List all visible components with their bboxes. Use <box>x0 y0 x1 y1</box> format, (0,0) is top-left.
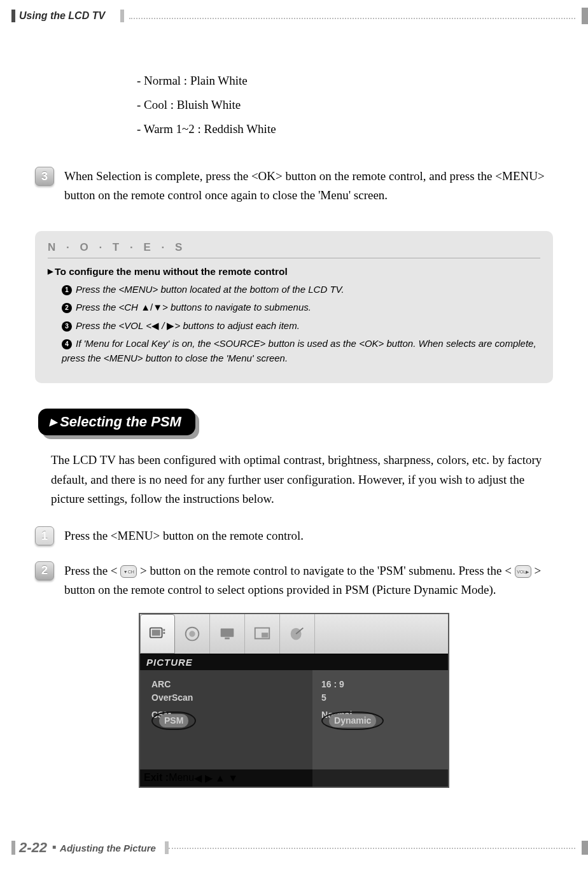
osd-tab-picture[interactable] <box>140 614 175 654</box>
step-text: Press the < ▼CH > button on the remote c… <box>64 561 563 600</box>
pip-icon <box>253 624 272 643</box>
osd-tab-setup[interactable] <box>280 614 315 654</box>
osd-footer-right <box>312 769 448 787</box>
notes-bullet-2: 2 <box>62 303 72 313</box>
header-divider <box>120 10 124 22</box>
psm-step-2: 2 Press the < ▼CH > button on the remote… <box>35 561 588 600</box>
osd-value-overscan: 5 <box>321 691 442 705</box>
section-heading-psm: Selecting the PSM <box>38 409 195 435</box>
page-number: 2-22 <box>17 839 52 856</box>
step-3: 3 When Selection is complete, press the … <box>35 167 588 206</box>
osd-menu-button[interactable]: Menu <box>169 772 194 783</box>
osd-footer: Exit : Menu ◀ ▶ ▲ ▼ <box>140 769 448 787</box>
osd-exit-label: Exit : <box>144 772 169 783</box>
notes-item-text: Press the <VOL <◀ / ▶> buttons to adjust… <box>76 320 300 331</box>
header-rightcap <box>582 8 588 24</box>
svg-rect-1 <box>151 629 160 635</box>
osd-item-overscan[interactable]: OverScan <box>151 691 306 705</box>
osd-item-psm-label: PSM <box>159 714 188 727</box>
notes-item-text: If 'Menu for Local Key' is on, the <SOUR… <box>62 338 536 363</box>
osd-screenshot: PICTURE ARC OverScan CSM PSM 16 : 9 5 No… <box>139 613 449 788</box>
header-tick <box>11 10 15 22</box>
svg-rect-2 <box>163 629 165 631</box>
notes-bullet-4: 4 <box>62 339 72 349</box>
osd-body: ARC OverScan CSM PSM 16 : 9 5 Normal Dyn… <box>140 670 448 769</box>
notes-title: To configure the menu without the remote… <box>48 266 540 277</box>
ch-nav-icon: ▼CH <box>120 565 137 578</box>
page-header: Using the LCD TV <box>0 0 588 24</box>
notes-item: 2Press the <CH ▲/▼> buttons to navigate … <box>62 300 540 315</box>
svg-rect-9 <box>262 633 268 638</box>
header-section: Using the LCD TV <box>19 10 115 22</box>
svg-point-5 <box>189 631 195 636</box>
psm-step-1: 1 Press the <MENU> button on the remote … <box>35 526 588 545</box>
header-dots <box>129 18 575 19</box>
notes-item: 3Press the <VOL <◀ / ▶> buttons to adjus… <box>62 319 540 333</box>
step-number-badge: 3 <box>35 167 54 186</box>
speaker-icon <box>183 624 202 643</box>
osd-tab-screen[interactable] <box>210 614 245 654</box>
step-text-part: > button on the remote control to naviga… <box>140 564 515 577</box>
tv-icon <box>148 624 167 643</box>
footer-section: Adjusting the Picture <box>60 843 165 853</box>
color-mode-list: - Normal : Plain White - Cool : Bluish W… <box>137 69 588 141</box>
step-text: Press the <MENU> button on the remote co… <box>64 526 304 545</box>
monitor-icon <box>218 624 237 643</box>
osd-value-arc: 16 : 9 <box>321 678 442 691</box>
notes-item-text: Press the <MENU> button located at the b… <box>76 284 344 295</box>
osd-tab-pip[interactable] <box>245 614 280 654</box>
step-number-badge: 1 <box>35 526 54 545</box>
osd-menu-labels: ARC OverScan CSM PSM <box>140 670 312 769</box>
footer-dots <box>169 848 575 849</box>
notes-item: 4If 'Menu for Local Key' is on, the <SOU… <box>62 337 540 365</box>
notes-panel: N · O · T · E · S To configure the menu … <box>35 231 553 384</box>
osd-menu-values: 16 : 9 5 Normal Dynamic <box>312 670 448 769</box>
dish-icon <box>288 624 307 643</box>
page-footer: 2-22 ■ Adjusting the Picture <box>11 839 588 856</box>
osd-title: PICTURE <box>140 654 448 670</box>
osd-item-arc[interactable]: ARC <box>151 678 306 691</box>
osd-nav-arrows: ◀ ▶ ▲ ▼ <box>194 772 238 784</box>
color-mode-item: - Warm 1~2 : Reddish White <box>137 117 588 141</box>
footer-tick <box>11 841 15 855</box>
notes-bullet-3: 3 <box>62 321 72 332</box>
footer-rightcap <box>582 841 588 855</box>
svg-rect-6 <box>221 628 234 636</box>
osd-value-psm-label: Dynamic <box>329 714 376 727</box>
color-mode-item: - Normal : Plain White <box>137 69 588 93</box>
color-mode-item: - Cool : Bluish White <box>137 93 588 117</box>
psm-intro: The LCD TV has been configured with opti… <box>51 451 550 509</box>
heading-tag: Selecting the PSM <box>38 409 195 435</box>
notes-heading: N · O · T · E · S <box>48 241 540 258</box>
svg-rect-3 <box>163 632 165 634</box>
step-number-badge: 2 <box>35 561 54 580</box>
notes-bullet-1: 1 <box>62 285 72 295</box>
notes-item-text: Press the <CH ▲/▼> buttons to navigate t… <box>76 302 311 312</box>
osd-tab-sound[interactable] <box>175 614 210 654</box>
vol-nav-icon: VOL▶ <box>515 565 531 578</box>
step-text: When Selection is complete, press the <O… <box>64 167 563 206</box>
step-text-part: Press the < <box>64 564 120 577</box>
notes-item: 1Press the <MENU> button located at the … <box>62 283 540 297</box>
svg-rect-7 <box>225 637 230 639</box>
footer-square-icon: ■ <box>52 843 60 850</box>
osd-tab-row <box>140 614 448 654</box>
